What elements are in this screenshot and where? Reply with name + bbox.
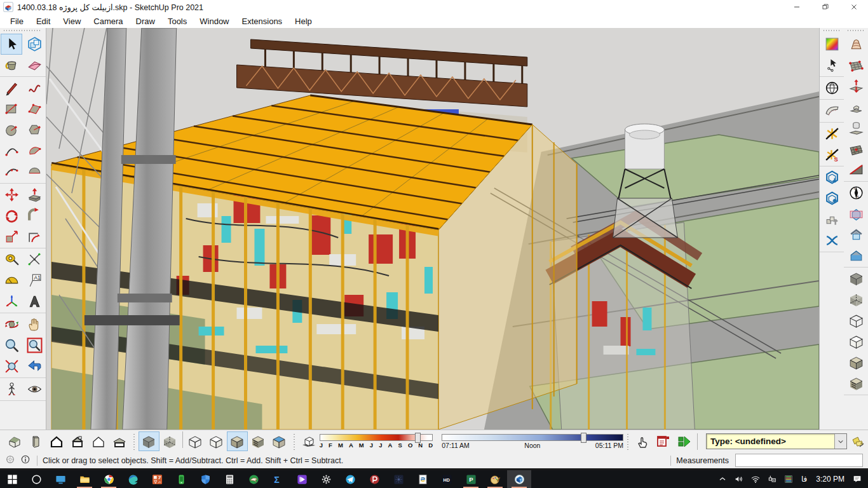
tool-circle[interactable] bbox=[1, 119, 22, 140]
tool-previous[interactable] bbox=[24, 356, 45, 377]
tool-style-xray[interactable] bbox=[845, 268, 867, 289]
tool-smoove[interactable] bbox=[845, 76, 867, 97]
tray-ethernet[interactable] bbox=[764, 474, 780, 484]
tool-flip-edge[interactable] bbox=[845, 159, 867, 180]
tool-view-top[interactable] bbox=[25, 431, 46, 451]
tool-tape-measure[interactable] bbox=[1, 249, 22, 270]
tool-style-shaded-textures[interactable] bbox=[845, 373, 867, 394]
tool-arc-3pt[interactable] bbox=[1, 161, 22, 182]
shadow-time-slider[interactable]: 07:11 AM Noon 05:11 PM bbox=[442, 434, 623, 449]
tool-style-hidden-line[interactable] bbox=[845, 331, 867, 352]
toolbar-drag-handle[interactable] bbox=[132, 433, 136, 450]
tool-3d-text[interactable] bbox=[24, 291, 45, 312]
tool-style-shaded[interactable] bbox=[845, 352, 867, 373]
tool-dc-options[interactable] bbox=[653, 431, 674, 451]
viewport-3d[interactable] bbox=[46, 28, 819, 430]
tool-zoom-window[interactable] bbox=[24, 335, 45, 356]
shadow-date-slider[interactable]: JFMAMJJASOND bbox=[320, 434, 433, 449]
tool-style-shaded[interactable] bbox=[227, 431, 248, 451]
tool-add-detail[interactable] bbox=[845, 139, 867, 159]
menu-edit[interactable]: Edit bbox=[30, 15, 57, 27]
tool-rotated-rectangle[interactable] bbox=[24, 98, 45, 119]
toolbar-drag-handle[interactable] bbox=[848, 29, 864, 32]
taskbar-paint[interactable] bbox=[483, 470, 507, 488]
tool-no-autofold-s[interactable]: S bbox=[821, 144, 843, 165]
tool-axes[interactable] bbox=[1, 291, 22, 312]
tool-line[interactable] bbox=[1, 78, 22, 98]
taskbar-hd[interactable]: HD bbox=[435, 470, 459, 488]
tool-style-back-edges[interactable] bbox=[159, 431, 180, 451]
tool-zoom-extents[interactable] bbox=[1, 356, 22, 377]
tool-component-up[interactable] bbox=[821, 188, 843, 209]
menu-tools[interactable]: Tools bbox=[161, 15, 193, 27]
tool-style-xray[interactable] bbox=[139, 431, 159, 451]
taskbar-phone[interactable] bbox=[169, 470, 193, 488]
window-minimize-button[interactable] bbox=[782, 0, 811, 14]
menu-help[interactable]: Help bbox=[288, 15, 318, 27]
toolbar-drag-handle[interactable] bbox=[292, 433, 296, 450]
tool-waves[interactable] bbox=[821, 230, 843, 251]
tool-move[interactable] bbox=[1, 184, 22, 205]
tool-explode[interactable] bbox=[821, 209, 843, 230]
tool-scale[interactable] bbox=[1, 226, 22, 247]
tool-section-fill[interactable] bbox=[845, 245, 867, 266]
chevron-down-icon[interactable] bbox=[834, 434, 846, 449]
tool-section-plane[interactable] bbox=[845, 203, 867, 224]
tool-view-iso[interactable] bbox=[4, 431, 25, 451]
tool-text[interactable]: A1 bbox=[24, 270, 45, 291]
tool-arc-2pt[interactable] bbox=[1, 140, 22, 161]
toolbar-drag-handle[interactable] bbox=[824, 29, 840, 32]
tool-look-around[interactable] bbox=[24, 379, 45, 400]
tray-wifi[interactable] bbox=[747, 474, 764, 484]
taskbar-idm[interactable] bbox=[241, 470, 266, 488]
tool-polygon[interactable] bbox=[24, 119, 45, 140]
tool-follow-me[interactable] bbox=[24, 205, 45, 226]
taskbar-taskview[interactable] bbox=[48, 470, 72, 488]
taskbar-settings[interactable] bbox=[314, 470, 338, 488]
tool-from-scratch[interactable] bbox=[845, 55, 867, 76]
tool-rectangle[interactable] bbox=[1, 98, 22, 119]
toolbar-drag-handle[interactable] bbox=[4, 29, 42, 32]
taskbar-explorer[interactable] bbox=[72, 470, 97, 488]
tool-offset[interactable] bbox=[24, 226, 45, 247]
measurements-input[interactable] bbox=[735, 454, 863, 467]
menu-draw[interactable]: Draw bbox=[130, 15, 161, 27]
taskbar-search[interactable] bbox=[24, 470, 48, 488]
tool-paint-bucket[interactable] bbox=[1, 55, 22, 76]
taskbar-media[interactable] bbox=[290, 470, 314, 488]
tool-orbit[interactable] bbox=[1, 314, 22, 335]
tool-north-compass[interactable]: NS bbox=[845, 182, 867, 203]
window-restore-down-button[interactable] bbox=[811, 0, 839, 14]
tool-style-monochrome[interactable] bbox=[269, 431, 290, 451]
tool-rotate[interactable] bbox=[1, 205, 22, 226]
type-dropdown[interactable]: Type: <undefined> bbox=[706, 433, 847, 449]
tool-pie[interactable] bbox=[24, 140, 45, 161]
taskbar-python[interactable] bbox=[410, 470, 435, 488]
taskbar-project[interactable]: P bbox=[459, 470, 483, 488]
tool-style-back-edges[interactable] bbox=[845, 289, 867, 310]
taskbar-clock[interactable]: 3:20 PM bbox=[811, 475, 849, 484]
shadows-toggle-button[interactable] bbox=[299, 431, 320, 451]
tool-make-component[interactable] bbox=[24, 34, 45, 55]
taskbar-telegram[interactable] bbox=[338, 470, 362, 488]
classifier-tool-button[interactable] bbox=[847, 431, 868, 451]
geolocation-icon[interactable] bbox=[5, 454, 20, 466]
language-indicator[interactable]: فا bbox=[797, 475, 811, 484]
notification-center-icon[interactable] bbox=[849, 474, 865, 484]
tool-push-pull[interactable] bbox=[24, 184, 45, 205]
tool-stamp[interactable] bbox=[845, 97, 867, 118]
tool-pie-filled[interactable] bbox=[24, 161, 45, 182]
taskbar-psiphon[interactable] bbox=[362, 470, 386, 488]
tool-style-wireframe[interactable] bbox=[845, 310, 867, 331]
tool-dc-attributes[interactable] bbox=[674, 431, 695, 451]
tool-select[interactable] bbox=[1, 34, 22, 55]
taskbar-defender[interactable] bbox=[193, 470, 217, 488]
tool-select-path[interactable] bbox=[821, 55, 843, 76]
tool-view-front[interactable] bbox=[46, 431, 67, 451]
tool-position-camera[interactable] bbox=[1, 379, 22, 400]
taskbar-sigma[interactable]: Σ bbox=[266, 470, 290, 488]
window-close-button[interactable] bbox=[839, 0, 868, 14]
time-slider-thumb[interactable] bbox=[581, 433, 587, 443]
tool-drape[interactable] bbox=[845, 118, 867, 139]
credits-info-icon[interactable] bbox=[20, 454, 36, 466]
